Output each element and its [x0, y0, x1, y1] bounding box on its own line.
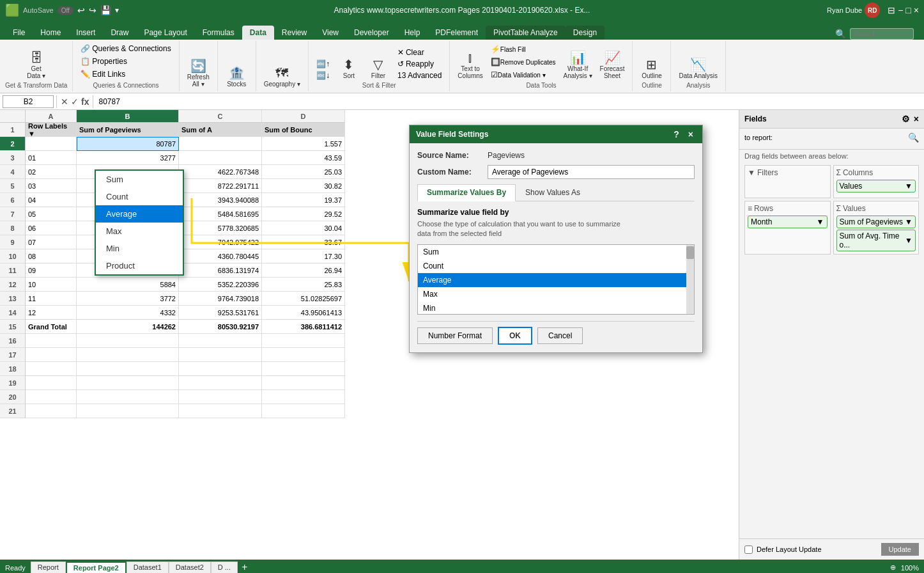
- tab-home[interactable]: Home: [33, 26, 68, 40]
- columns-tag-arrow[interactable]: ▼: [905, 182, 912, 191]
- row-header-12[interactable]: 12: [0, 278, 25, 292]
- search-icon-panel[interactable]: 🔍: [908, 132, 919, 143]
- cell-c9[interactable]: 7042.975422: [179, 235, 262, 249]
- cell-c18[interactable]: [179, 362, 262, 376]
- row-header-11[interactable]: 11: [0, 263, 25, 278]
- flash-fill-btn[interactable]: ⚡ Flash Fill: [488, 43, 558, 55]
- cell-d14[interactable]: 43.95061413: [262, 306, 345, 320]
- sort-az-btn[interactable]: 🔤↑: [314, 59, 332, 69]
- queries-connections-btn[interactable]: 🔗 Queries & Connections: [78, 43, 173, 54]
- cell-b17[interactable]: [77, 348, 179, 362]
- tab-view[interactable]: View: [314, 26, 346, 40]
- row-header-4[interactable]: 4: [0, 165, 25, 179]
- dropdown-item-count[interactable]: Count: [96, 188, 183, 205]
- data-analysis-btn[interactable]: 📉 Data Analysis: [676, 57, 720, 81]
- sheet-tab-dataset1[interactable]: Dataset1: [127, 561, 169, 574]
- row-header-6[interactable]: 6: [0, 193, 25, 207]
- cell-a13[interactable]: 11: [26, 292, 77, 306]
- user-avatar[interactable]: RD: [865, 3, 880, 18]
- cell-b2[interactable]: 80787: [77, 137, 179, 151]
- cell-a2[interactable]: [26, 137, 77, 151]
- cell-a8[interactable]: 06: [26, 221, 77, 235]
- cell-a15[interactable]: Grand Total: [26, 320, 77, 334]
- cell-d13[interactable]: 51.02825697: [262, 292, 345, 306]
- reapply-btn[interactable]: ↺ Reapply: [395, 59, 444, 69]
- update-btn[interactable]: Update: [881, 543, 919, 556]
- cell-a9[interactable]: 07: [26, 235, 77, 249]
- cell-b14[interactable]: 4332: [77, 306, 179, 320]
- row-header-20[interactable]: 20: [0, 390, 25, 404]
- cell-b18[interactable]: [77, 362, 179, 376]
- cell-a6[interactable]: 04: [26, 193, 77, 207]
- tab-summarize[interactable]: Summarize Values By: [417, 184, 516, 201]
- scrollbar-thumb[interactable]: [686, 246, 694, 259]
- row-header-9[interactable]: 9: [0, 235, 25, 249]
- cell-d5[interactable]: 30.82: [262, 179, 345, 193]
- number-format-btn[interactable]: Number Format: [417, 327, 493, 344]
- close-btn[interactable]: ×: [914, 5, 919, 15]
- cell-d17[interactable]: [262, 348, 345, 362]
- row-header-21[interactable]: 21: [0, 404, 25, 418]
- filter-btn[interactable]: ▽ Filter: [366, 57, 391, 81]
- dropdown-item-product[interactable]: Product: [96, 257, 183, 274]
- confirm-formula-btn[interactable]: ✓: [70, 97, 80, 107]
- cell-c20[interactable]: [179, 390, 262, 404]
- tab-page-layout[interactable]: Page Layout: [136, 26, 194, 40]
- cell-a1[interactable]: Row Labels ▼: [26, 123, 77, 137]
- formula-input[interactable]: [96, 97, 921, 106]
- columns-tag[interactable]: Values ▼: [836, 180, 916, 192]
- rows-tag[interactable]: Month ▼: [748, 216, 828, 228]
- cell-b21[interactable]: [77, 404, 179, 418]
- row-header-19[interactable]: 19: [0, 376, 25, 390]
- cell-d1[interactable]: Sum of Bounc: [262, 123, 345, 137]
- data-validation-btn[interactable]: ☑ Data Validation ▾: [488, 69, 558, 81]
- get-data-btn[interactable]: 🗄 GetData ▾: [24, 50, 49, 81]
- cell-c5[interactable]: 8722.291711: [179, 179, 262, 193]
- cell-a10[interactable]: 08: [26, 249, 77, 263]
- cancel-formula-btn[interactable]: ✕: [59, 97, 70, 107]
- cell-c10[interactable]: 4360.780445: [179, 249, 262, 263]
- row-header-15[interactable]: 15: [0, 320, 25, 334]
- row-header-1[interactable]: 1: [0, 123, 25, 137]
- cell-a12[interactable]: 10: [26, 278, 77, 292]
- clear-btn[interactable]: ✕ Clear: [395, 47, 444, 58]
- cell-a7[interactable]: 05: [26, 207, 77, 221]
- tab-developer[interactable]: Developer: [346, 26, 397, 40]
- panel-close-btn[interactable]: ×: [914, 114, 919, 124]
- cell-b19[interactable]: [77, 376, 179, 390]
- edit-links-btn[interactable]: ✏️ Edit Links: [78, 69, 128, 79]
- row-header-16[interactable]: 16: [0, 334, 25, 348]
- properties-btn[interactable]: 📋 Properties: [78, 56, 130, 67]
- ribbon-display-btn[interactable]: ⊟: [888, 5, 895, 15]
- quick-save-btn[interactable]: 💾: [100, 5, 111, 15]
- col-header-c[interactable]: C: [179, 110, 262, 123]
- listbox-item-average[interactable]: Average: [418, 273, 686, 287]
- text-to-columns-btn[interactable]: ⫿ Text toColumns: [455, 50, 485, 81]
- row-header-13[interactable]: 13: [0, 292, 25, 306]
- sheet-tab-more[interactable]: D ...: [211, 561, 238, 574]
- add-sheet-btn[interactable]: +: [238, 561, 251, 574]
- values-tag2[interactable]: Sum of Avg. Time o... ▼: [836, 230, 916, 251]
- undo-btn[interactable]: ↩: [77, 5, 85, 15]
- cell-a19[interactable]: [26, 376, 77, 390]
- summarize-listbox[interactable]: Sum Count Average Max Min Product: [417, 244, 695, 315]
- cell-a18[interactable]: [26, 362, 77, 376]
- cell-d2[interactable]: 1.557: [262, 137, 345, 151]
- tab-review[interactable]: Review: [274, 26, 314, 40]
- cell-c11[interactable]: 6836.131974: [179, 263, 262, 278]
- sort-za-btn[interactable]: 🔤↓: [314, 70, 332, 81]
- cell-c14[interactable]: 9253.531761: [179, 306, 262, 320]
- cell-a3[interactable]: 01: [26, 151, 77, 165]
- cell-c1[interactable]: Sum of A: [179, 123, 262, 137]
- cell-d6[interactable]: 19.37: [262, 193, 345, 207]
- geography-btn[interactable]: 🗺 Geography ▾: [261, 65, 303, 89]
- cell-a16[interactable]: [26, 334, 77, 348]
- insert-function-btn[interactable]: fx: [80, 97, 90, 107]
- advanced-btn[interactable]: 13 Advanced: [395, 70, 444, 81]
- sheet-tab-dataset2[interactable]: Dataset2: [169, 561, 211, 574]
- sheet-tab-report[interactable]: Report: [31, 561, 66, 574]
- tab-file[interactable]: File: [5, 26, 33, 40]
- listbox-scrollbar[interactable]: [686, 245, 694, 314]
- maximize-btn[interactable]: □: [905, 5, 911, 15]
- cell-b16[interactable]: [77, 334, 179, 348]
